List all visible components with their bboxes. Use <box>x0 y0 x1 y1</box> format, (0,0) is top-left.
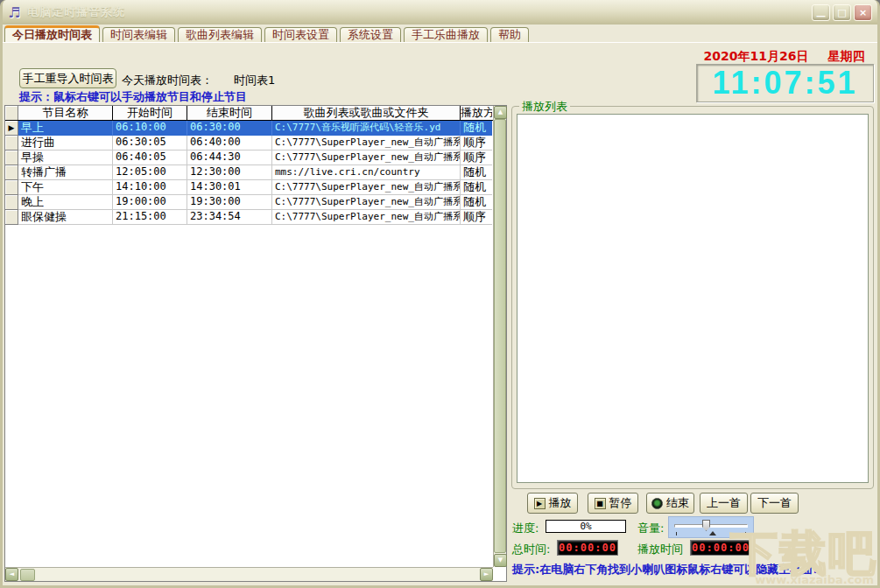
minimize-button[interactable]: — <box>812 4 830 21</box>
scroll-down-button[interactable]: ▼ <box>494 554 507 567</box>
today-schedule-value: 时间表1 <box>234 74 275 87</box>
cell-source: C:\7777\SuperPlayer_new_自动广播系统\m <box>272 136 461 150</box>
pause-button[interactable]: ■暂停 <box>588 493 638 514</box>
table-row[interactable]: 进行曲06:30:0506:40:00C:\7777\SuperPlayer_n… <box>5 136 506 150</box>
row-selector <box>5 180 18 195</box>
scroll-left-button[interactable]: ◄ <box>5 568 18 581</box>
play-time-label: 播放时间 <box>637 542 683 557</box>
total-time-display: 00:00:00 <box>557 540 618 556</box>
volume-thumb[interactable] <box>702 520 710 531</box>
tray-hint: 提示:在电脑右下角找到小喇叭图标鼠标右键可以隐藏主界面! <box>512 562 818 578</box>
cell-start-time: 06:10:00 <box>113 121 187 136</box>
cell-end-time: 06:30:00 <box>187 121 272 136</box>
cell-end-time: 14:30:01 <box>187 180 272 195</box>
maximize-button[interactable]: □ <box>833 4 851 21</box>
clock-display: 11:07:51 <box>696 64 874 102</box>
title-bar[interactable]: ♬ 电脑定时播音系统 — □ × <box>3 0 877 24</box>
table-row[interactable]: 下午14:10:0014:30:01C:\7777\SuperPlayer_ne… <box>5 180 506 195</box>
cell-source: mms://live.cri.cn/country <box>272 165 461 180</box>
play-time-display: 00:00:00 <box>690 540 751 556</box>
tab-1[interactable]: 今日播放时间表 <box>4 25 100 42</box>
close-icon: × <box>859 7 867 18</box>
cell-program-name: 早操 <box>18 150 113 165</box>
header-end-time[interactable]: 结束时间 <box>187 106 272 120</box>
window-title: 电脑定时播音系统 <box>27 4 125 20</box>
cell-start-time: 06:30:05 <box>113 136 187 150</box>
close-button[interactable]: × <box>854 4 872 21</box>
tab-3[interactable]: 歌曲列表编辑 <box>178 27 262 42</box>
horizontal-scroll-thumb[interactable] <box>20 569 35 581</box>
cell-play-mode: 随机 <box>461 195 492 210</box>
row-selector <box>5 165 18 180</box>
header-start-time[interactable]: 开始时间 <box>113 106 187 120</box>
vertical-scroll-thumb[interactable] <box>494 119 506 553</box>
scroll-left-icon: ◄ <box>10 570 14 578</box>
play-button[interactable]: ▶播放 <box>527 493 578 514</box>
table-horizontal-scrollbar[interactable]: ◄ ► <box>5 567 493 581</box>
cell-start-time: 12:05:00 <box>113 165 187 180</box>
tab-4[interactable]: 时间表设置 <box>264 27 337 42</box>
window-controls: — □ × <box>812 4 872 21</box>
schedule-table-body: ▶早上06:10:0006:30:00C:\7777\音乐视听源代码\轻音乐.y… <box>5 121 506 225</box>
scroll-down-icon: ▼ <box>498 556 503 564</box>
cell-play-mode: 随机 <box>461 165 492 180</box>
tab-2[interactable]: 时间表编辑 <box>102 27 175 42</box>
progress-value: 0% <box>580 521 591 532</box>
cell-program-name: 眼保健操 <box>18 210 113 225</box>
cell-end-time: 23:34:54 <box>187 210 272 225</box>
header-source[interactable]: 歌曲列表或歌曲或文件夹 <box>272 106 461 120</box>
cell-start-time: 06:40:05 <box>113 150 187 165</box>
cell-play-mode: 随机 <box>461 180 492 195</box>
date-text: 2020年11月26日 <box>704 49 809 63</box>
cell-end-time: 06:40:00 <box>187 136 272 150</box>
cell-program-name: 进行曲 <box>18 136 113 150</box>
playlist-group-label: 播放列表 <box>519 99 570 115</box>
playlist-listbox[interactable] <box>517 114 869 483</box>
clock-time: 11:07:51 <box>712 65 857 102</box>
main-content: 手工重导入时间表 今天播放时间表：时间表1 提示：鼠标右键可以手动播放节目和停止… <box>3 42 877 585</box>
cell-source: C:\7777\SuperPlayer_new_自动广播系统\m <box>272 210 461 225</box>
app-icon: ♬ <box>8 4 20 21</box>
cell-end-time: 12:30:00 <box>187 165 272 180</box>
cell-program-name: 下午 <box>18 180 113 195</box>
tab-bar: 今日播放时间表时间表编辑歌曲列表编辑时间表设置系统设置手工乐曲播放帮助 <box>4 25 529 42</box>
header-program-name[interactable]: 节目名称 <box>18 106 113 120</box>
reimport-schedule-button[interactable]: 手工重导入时间表 <box>19 68 116 88</box>
minimize-icon: — <box>816 10 826 22</box>
pause-button-label: 暂停 <box>609 495 632 511</box>
table-row[interactable]: ▶早上06:10:0006:30:00C:\7777\音乐视听源代码\轻音乐.y… <box>5 121 506 136</box>
cell-source: C:\7777\SuperPlayer_new_自动广播系统\m <box>272 180 461 195</box>
maximize-icon: □ <box>837 7 846 18</box>
table-row[interactable]: 眼保健操21:15:0023:34:54C:\7777\SuperPlayer_… <box>5 210 506 225</box>
scroll-right-button[interactable]: ► <box>480 568 493 581</box>
weekday-text: 星期四 <box>827 49 864 63</box>
schedule-table: 节目名称 开始时间 结束时间 歌曲列表或歌曲或文件夹 播放方式 ▶早上06:10… <box>4 105 507 582</box>
cell-start-time: 14:10:00 <box>113 180 187 195</box>
scroll-up-button[interactable]: ▲ <box>494 106 507 119</box>
table-row[interactable]: 转播广播12:05:0012:30:00mms://live.cri.cn/co… <box>5 165 506 180</box>
previous-button-label: 上一首 <box>707 495 741 511</box>
cell-source: C:\7777\SuperPlayer_new_自动广播系统\m <box>272 150 461 165</box>
row-selector <box>5 195 18 210</box>
stop-button[interactable]: 结束 <box>646 493 694 514</box>
cell-play-mode: 顺序 <box>461 210 492 225</box>
table-row[interactable]: 晚上19:00:0019:30:00C:\7777\SuperPlayer_ne… <box>5 195 506 210</box>
previous-track-button[interactable]: 上一首 <box>700 493 748 514</box>
pause-icon: ■ <box>595 498 606 509</box>
tab-6[interactable]: 手工乐曲播放 <box>404 27 488 42</box>
cell-program-name: 早上 <box>18 121 113 136</box>
volume-track <box>674 524 748 528</box>
table-row[interactable]: 早操06:40:0506:44:30C:\7777\SuperPlayer_ne… <box>5 150 506 165</box>
scroll-right-icon: ► <box>484 570 489 578</box>
next-track-button[interactable]: 下一首 <box>750 493 799 514</box>
row-selector <box>5 150 18 165</box>
volume-slider[interactable] <box>668 516 754 538</box>
tab-7[interactable]: 帮助 <box>490 27 529 42</box>
cell-start-time: 21:15:00 <box>113 210 187 225</box>
cell-source: C:\7777\SuperPlayer_new_自动广播系统\m <box>272 195 461 210</box>
tab-5[interactable]: 系统设置 <box>340 27 401 42</box>
app-window: ♬ 电脑定时播音系统 — □ × 今日播放时间表时间表编辑歌曲列表编辑时间表设置… <box>0 0 880 588</box>
table-vertical-scrollbar[interactable]: ▲ ▼ <box>493 106 506 567</box>
header-play-mode[interactable]: 播放方式 <box>461 106 492 120</box>
row-selector: ▶ <box>5 121 18 136</box>
